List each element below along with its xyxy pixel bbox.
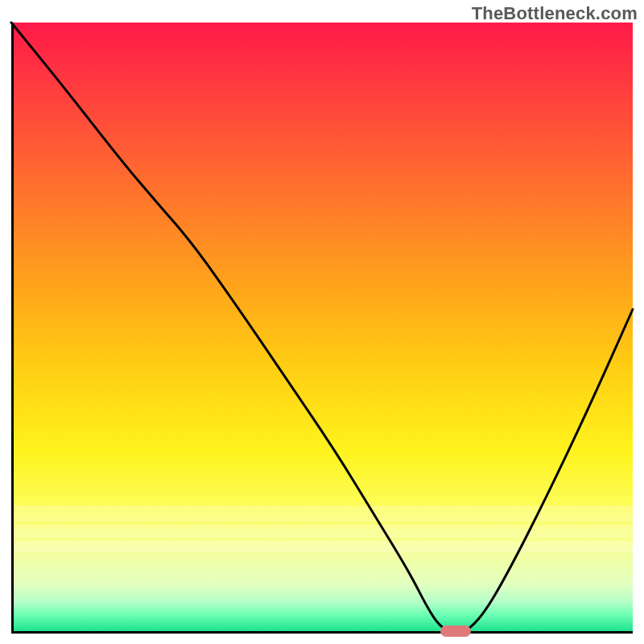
optimal-marker — [440, 625, 472, 637]
chart-container: TheBottleneck.com — [0, 0, 644, 644]
curve-layer — [11, 23, 633, 633]
bottleneck-curve — [11, 23, 633, 633]
watermark-text: TheBottleneck.com — [472, 3, 638, 24]
